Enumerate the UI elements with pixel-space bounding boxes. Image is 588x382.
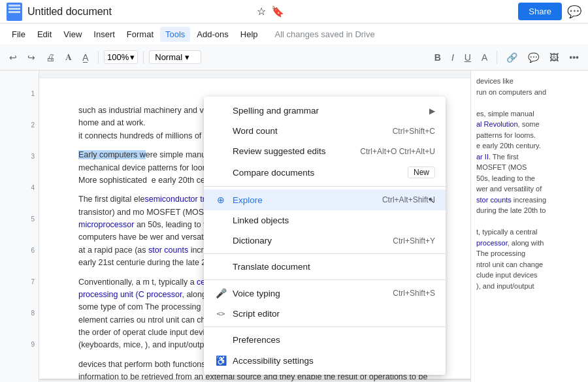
title-bar: Untitled document ☆ 🔖 Share 💬	[0, 0, 588, 24]
image-button[interactable]: 🖼	[546, 50, 563, 65]
dictionary-shortcut: Ctrl+Shift+Y	[393, 236, 435, 246]
main-area: 1 2 3 4 5 6 7 8 9 such as industrial mac…	[0, 71, 588, 382]
link-button[interactable]: 🔗	[502, 50, 521, 65]
print-button[interactable]: 🖨	[42, 50, 59, 65]
menu-item-compare[interactable]: Compare documents New	[204, 161, 446, 183]
dictionary-label: Dictionary	[233, 236, 382, 246]
toolbar: ↩ ↪ 🖨 𝐀 A̲ 100% ▾ Normal ▾ B I U A 🔗 💬 🖼…	[0, 44, 588, 71]
spelling-arrow: ▶	[429, 106, 435, 116]
menu-help[interactable]: Help	[235, 27, 263, 42]
zoom-chevron: ▾	[130, 52, 135, 62]
review-label: Review suggested edits	[233, 146, 350, 156]
zoom-select[interactable]: 100% ▾	[104, 50, 138, 64]
review-shortcut: Ctrl+Alt+O Ctrl+Alt+U	[360, 147, 435, 156]
bold-button[interactable]: B	[431, 50, 445, 65]
redo-button[interactable]: ↪	[24, 50, 39, 65]
save-status: All changes saved in Drive	[275, 29, 375, 39]
document-title[interactable]: Untitled document	[27, 6, 252, 18]
spelling-label: Spelling and grammar	[233, 106, 429, 116]
menu-item-explore[interactable]: ⊕ Explore Ctrl+Alt+Shift+I ↖	[204, 189, 446, 210]
chat-icon[interactable]: 💬	[567, 5, 581, 19]
translate-label: Translate document	[233, 262, 435, 272]
menu-divider-3	[204, 279, 446, 280]
menu-addons[interactable]: Add-ons	[191, 27, 233, 42]
menu-item-linked[interactable]: Linked objects	[204, 210, 446, 231]
menu-edit[interactable]: Edit	[32, 27, 57, 42]
menu-insert[interactable]: Insert	[88, 27, 120, 42]
voice-label: Voice typing	[233, 289, 382, 298]
menu-item-dictionary[interactable]: Dictionary Ctrl+Shift+Y	[204, 231, 446, 251]
toolbar-separator-3	[497, 51, 497, 64]
linked-label: Linked objects	[233, 215, 435, 225]
menu-file[interactable]: File	[7, 27, 31, 42]
toolbar-separator-2	[143, 51, 144, 64]
menu-tools[interactable]: Tools	[160, 27, 190, 42]
menu-item-script[interactable]: <> Script editor	[204, 304, 446, 324]
menu-format[interactable]: Format	[122, 27, 159, 42]
menu-view[interactable]: View	[58, 27, 87, 42]
explore-icon: ⊕	[214, 195, 227, 205]
menu-item-preferences[interactable]: Preferences	[204, 330, 446, 350]
menu-item-wordcount[interactable]: Word count Ctrl+Shift+C	[204, 121, 446, 141]
menu-bar: File Edit View Insert Format Tools Add-o…	[0, 24, 588, 44]
menu-item-voice[interactable]: 🎤 Voice typing Ctrl+Shift+S	[204, 283, 446, 304]
style-chevron: ▾	[185, 52, 189, 62]
share-button[interactable]: Share	[518, 3, 562, 20]
style-select[interactable]: Normal ▾	[149, 50, 201, 64]
comment-button[interactable]: 💬	[524, 50, 543, 65]
italic-button[interactable]: I	[448, 50, 458, 65]
menu-divider-1	[204, 186, 446, 187]
compare-label: Compare documents	[233, 168, 400, 178]
accessibility-label: Accessibility settings	[233, 356, 435, 366]
explore-label: Explore	[233, 195, 372, 205]
explore-shortcut: Ctrl+Alt+Shift+I	[382, 195, 435, 204]
accessibility-icon: ♿	[214, 355, 227, 366]
menu-item-spelling[interactable]: Spelling and grammar ▶	[204, 101, 446, 121]
voice-shortcut: Ctrl+Shift+S	[393, 289, 435, 298]
mic-icon: 🎤	[214, 288, 227, 298]
underline-button[interactable]: U	[461, 50, 475, 65]
toolbar-separator-1	[98, 51, 99, 64]
tools-dropdown-menu: Spelling and grammar ▶ Word count Ctrl+S…	[204, 97, 446, 375]
wordcount-label: Word count	[233, 126, 382, 136]
dropdown-overlay: Spelling and grammar ▶ Word count Ctrl+S…	[0, 71, 588, 382]
doc-icon	[7, 3, 22, 21]
menu-item-translate[interactable]: Translate document	[204, 257, 446, 277]
menu-item-accessibility[interactable]: ♿ Accessibility settings	[204, 350, 446, 371]
menu-divider-4	[204, 326, 446, 327]
script-label: Script editor	[233, 309, 435, 319]
new-badge: New	[408, 167, 435, 178]
right-toolbar: B I U A 🔗 💬 🖼 •••	[431, 50, 583, 65]
star-icon[interactable]: ☆	[257, 5, 266, 18]
undo-button[interactable]: ↩	[5, 50, 21, 65]
menu-divider-2	[204, 253, 446, 254]
bookmark-icon[interactable]: 🔖	[271, 5, 284, 18]
spell-check-button[interactable]: A̲	[78, 50, 93, 65]
more-button[interactable]: •••	[565, 50, 583, 65]
preferences-label: Preferences	[233, 335, 435, 345]
color-button[interactable]: A	[478, 50, 491, 65]
wordcount-shortcut: Ctrl+Shift+C	[393, 127, 435, 136]
zoom-value: 100%	[107, 52, 129, 62]
style-value: Normal	[155, 52, 182, 62]
menu-item-review[interactable]: Review suggested edits Ctrl+Alt+O Ctrl+A…	[204, 141, 446, 161]
paint-format-button[interactable]: 𝐀	[61, 49, 76, 65]
code-icon: <>	[214, 310, 227, 318]
